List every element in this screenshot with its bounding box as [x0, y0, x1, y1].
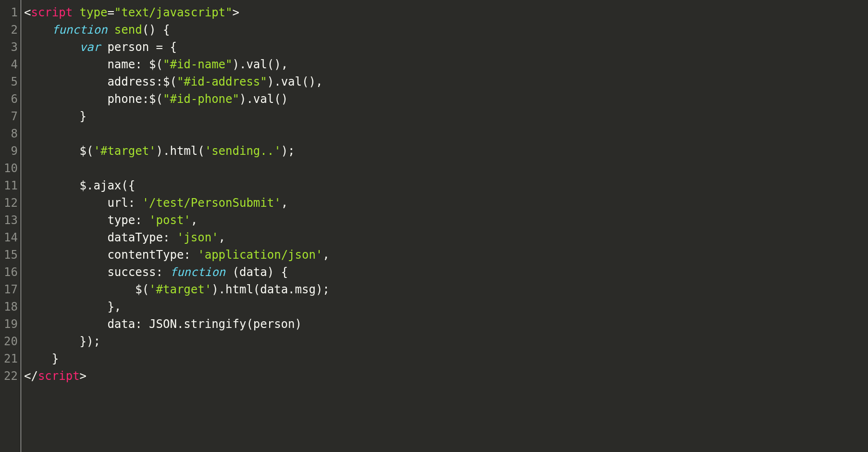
code-token: } [24, 110, 87, 123]
line-number: 21 [0, 350, 18, 367]
code-token: data: JSON.stringify(person) [24, 317, 302, 331]
code-line[interactable]: }, [24, 298, 330, 315]
code-token: ).html( [156, 144, 205, 158]
code-token: url: [24, 196, 142, 210]
code-line[interactable]: name: $("#id-name").val(), [24, 56, 330, 73]
code-line[interactable]: $('#target').html(data.msg); [24, 281, 330, 298]
code-line[interactable]: type: 'post', [24, 212, 330, 229]
line-number: 7 [0, 108, 18, 125]
code-token: '#target' [94, 144, 156, 158]
code-token: = [107, 6, 114, 19]
code-token: person [100, 40, 156, 54]
code-token: name: $( [24, 58, 163, 71]
code-token: phone:$( [24, 92, 163, 106]
code-token: ).val(), [267, 75, 323, 88]
code-line[interactable]: phone:$("#id-phone").val() [24, 90, 330, 108]
line-number: 15 [0, 246, 18, 264]
code-token: send [114, 23, 142, 37]
code-token [73, 6, 79, 19]
code-token: $.ajax({ [24, 179, 135, 192]
code-line[interactable]: url: '/test/PersonSubmit', [24, 194, 330, 212]
code-line[interactable] [24, 160, 330, 177]
code-token: $( [24, 283, 149, 296]
code-line[interactable]: } [24, 108, 330, 125]
code-token: , [219, 231, 225, 244]
code-token: = { [156, 40, 177, 54]
line-number-gutter: 12345678910111213141516171819202122 [0, 0, 21, 452]
code-token: success: [24, 265, 170, 279]
code-token: ).html(data.msg); [211, 283, 330, 296]
code-token: "#id-name" [163, 58, 233, 71]
line-number: 11 [0, 177, 18, 194]
code-token: </ [24, 369, 38, 383]
code-token: $( [24, 144, 94, 158]
code-line[interactable]: } [24, 350, 330, 367]
line-number: 16 [0, 264, 18, 281]
code-token: < [24, 6, 31, 19]
code-line[interactable]: contentType: 'application/json', [24, 246, 330, 264]
line-number: 5 [0, 73, 18, 90]
code-token: 'application/json' [198, 248, 322, 262]
line-number: 1 [0, 4, 18, 21]
line-number: 14 [0, 229, 18, 246]
code-line[interactable]: $.ajax({ [24, 177, 330, 194]
code-token [24, 40, 80, 54]
code-token: "#id-phone" [163, 92, 239, 106]
code-token: "#id-address" [177, 75, 267, 88]
code-editor: 12345678910111213141516171819202122 <scr… [0, 0, 868, 452]
code-line[interactable]: function send() { [24, 21, 330, 38]
code-token: type [80, 6, 108, 19]
code-line[interactable]: address:$("#id-address").val(), [24, 73, 330, 90]
code-token: }); [24, 335, 100, 348]
code-line[interactable]: data: JSON.stringify(person) [24, 315, 330, 333]
code-token: > [80, 369, 87, 383]
code-token: 'sending..' [205, 144, 281, 158]
line-number: 19 [0, 315, 18, 333]
code-token: '/test/PersonSubmit' [142, 196, 281, 210]
code-token: 'json' [177, 231, 219, 244]
code-token: > [233, 6, 239, 19]
code-token: , [322, 248, 329, 262]
code-line[interactable]: <script type="text/javascript"> [24, 4, 330, 21]
line-number: 13 [0, 212, 18, 229]
code-line[interactable]: success: function (data) { [24, 264, 330, 281]
code-token: ).val(), [232, 58, 288, 71]
code-token: "text/javascript" [114, 6, 233, 19]
code-line[interactable]: </script> [24, 367, 330, 385]
line-number: 9 [0, 142, 18, 160]
code-token: script [31, 6, 73, 19]
line-number: 20 [0, 333, 18, 350]
line-number: 10 [0, 160, 18, 177]
code-token: var [80, 40, 100, 54]
line-number: 6 [0, 90, 18, 108]
code-token: (data) { [225, 265, 288, 279]
line-number: 12 [0, 194, 18, 212]
line-number: 18 [0, 298, 18, 315]
code-token: '#target' [149, 283, 211, 296]
code-token: ); [281, 144, 295, 158]
code-line[interactable]: dataType: 'json', [24, 229, 330, 246]
code-token: }, [24, 300, 121, 314]
code-token [24, 23, 52, 37]
code-token: script [38, 369, 80, 383]
code-token: function [52, 23, 108, 37]
code-token: dataType: [24, 231, 177, 244]
code-area[interactable]: <script type="text/javascript"> function… [21, 0, 330, 452]
code-token: type: [24, 213, 149, 227]
code-token: 'post' [149, 213, 191, 227]
line-number: 17 [0, 281, 18, 298]
code-token: contentType: [24, 248, 198, 262]
line-number: 22 [0, 367, 18, 385]
code-token: () { [142, 23, 170, 37]
code-line[interactable]: $('#target').html('sending..'); [24, 142, 330, 160]
line-number: 2 [0, 21, 18, 38]
line-number: 3 [0, 38, 18, 56]
code-token: address:$( [24, 75, 177, 88]
code-token: , [281, 196, 288, 210]
code-line[interactable] [24, 125, 330, 142]
code-line[interactable]: }); [24, 333, 330, 350]
code-line[interactable]: var person = { [24, 38, 330, 56]
line-number: 8 [0, 125, 18, 142]
code-token [107, 23, 114, 37]
code-token: , [191, 213, 198, 227]
